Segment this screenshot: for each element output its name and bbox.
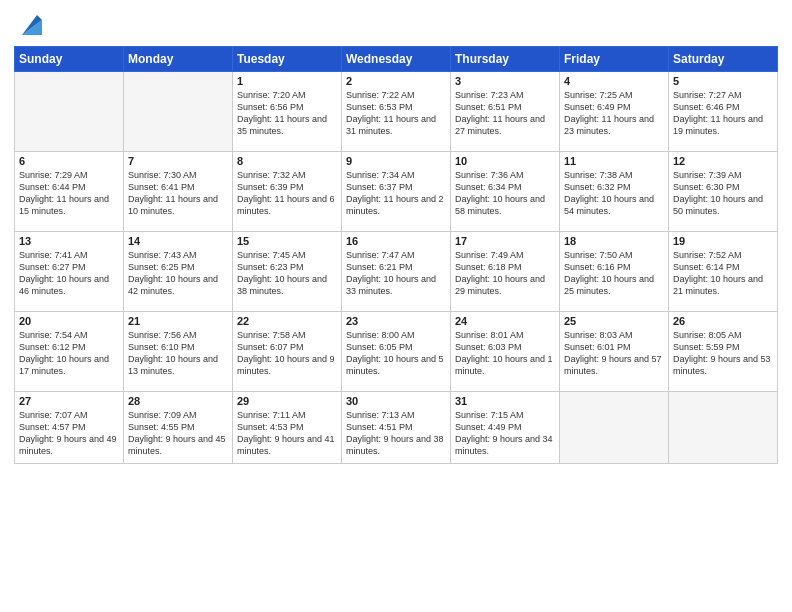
calendar-cell: 6Sunrise: 7:29 AMSunset: 6:44 PMDaylight… [15,152,124,232]
day-info: Sunrise: 7:38 AMSunset: 6:32 PMDaylight:… [564,169,664,218]
day-info: Sunrise: 7:07 AMSunset: 4:57 PMDaylight:… [19,409,119,458]
calendar-cell: 18Sunrise: 7:50 AMSunset: 6:16 PMDayligh… [560,232,669,312]
day-number: 21 [128,315,228,327]
day-info: Sunrise: 7:13 AMSunset: 4:51 PMDaylight:… [346,409,446,458]
day-info: Sunrise: 7:36 AMSunset: 6:34 PMDaylight:… [455,169,555,218]
day-number: 29 [237,395,337,407]
calendar-cell: 29Sunrise: 7:11 AMSunset: 4:53 PMDayligh… [233,392,342,464]
weekday-header: Monday [124,47,233,72]
calendar-cell: 5Sunrise: 7:27 AMSunset: 6:46 PMDaylight… [669,72,778,152]
day-info: Sunrise: 7:50 AMSunset: 6:16 PMDaylight:… [564,249,664,298]
weekday-header: Sunday [15,47,124,72]
calendar-cell: 9Sunrise: 7:34 AMSunset: 6:37 PMDaylight… [342,152,451,232]
calendar-cell: 21Sunrise: 7:56 AMSunset: 6:10 PMDayligh… [124,312,233,392]
day-number: 7 [128,155,228,167]
calendar-cell: 14Sunrise: 7:43 AMSunset: 6:25 PMDayligh… [124,232,233,312]
day-info: Sunrise: 7:23 AMSunset: 6:51 PMDaylight:… [455,89,555,138]
day-info: Sunrise: 7:34 AMSunset: 6:37 PMDaylight:… [346,169,446,218]
calendar-cell: 3Sunrise: 7:23 AMSunset: 6:51 PMDaylight… [451,72,560,152]
calendar-week-row: 27Sunrise: 7:07 AMSunset: 4:57 PMDayligh… [15,392,778,464]
day-number: 9 [346,155,446,167]
day-number: 26 [673,315,773,327]
day-info: Sunrise: 7:41 AMSunset: 6:27 PMDaylight:… [19,249,119,298]
day-number: 4 [564,75,664,87]
day-info: Sunrise: 8:00 AMSunset: 6:05 PMDaylight:… [346,329,446,378]
day-number: 6 [19,155,119,167]
day-info: Sunrise: 7:56 AMSunset: 6:10 PMDaylight:… [128,329,228,378]
calendar-week-row: 13Sunrise: 7:41 AMSunset: 6:27 PMDayligh… [15,232,778,312]
calendar-cell: 7Sunrise: 7:30 AMSunset: 6:41 PMDaylight… [124,152,233,232]
calendar-cell: 11Sunrise: 7:38 AMSunset: 6:32 PMDayligh… [560,152,669,232]
weekday-header: Tuesday [233,47,342,72]
day-number: 2 [346,75,446,87]
day-number: 10 [455,155,555,167]
day-number: 13 [19,235,119,247]
weekday-header: Saturday [669,47,778,72]
calendar-cell: 17Sunrise: 7:49 AMSunset: 6:18 PMDayligh… [451,232,560,312]
calendar-cell: 19Sunrise: 7:52 AMSunset: 6:14 PMDayligh… [669,232,778,312]
calendar-week-row: 20Sunrise: 7:54 AMSunset: 6:12 PMDayligh… [15,312,778,392]
day-number: 28 [128,395,228,407]
calendar-cell: 2Sunrise: 7:22 AMSunset: 6:53 PMDaylight… [342,72,451,152]
calendar-week-row: 1Sunrise: 7:20 AMSunset: 6:56 PMDaylight… [15,72,778,152]
day-number: 27 [19,395,119,407]
page: SundayMondayTuesdayWednesdayThursdayFrid… [0,0,792,612]
calendar-cell: 22Sunrise: 7:58 AMSunset: 6:07 PMDayligh… [233,312,342,392]
calendar-cell: 4Sunrise: 7:25 AMSunset: 6:49 PMDaylight… [560,72,669,152]
day-number: 15 [237,235,337,247]
day-info: Sunrise: 7:15 AMSunset: 4:49 PMDaylight:… [455,409,555,458]
day-number: 12 [673,155,773,167]
calendar-cell: 28Sunrise: 7:09 AMSunset: 4:55 PMDayligh… [124,392,233,464]
day-info: Sunrise: 8:01 AMSunset: 6:03 PMDaylight:… [455,329,555,378]
calendar-table: SundayMondayTuesdayWednesdayThursdayFrid… [14,46,778,464]
day-info: Sunrise: 7:43 AMSunset: 6:25 PMDaylight:… [128,249,228,298]
calendar-cell: 13Sunrise: 7:41 AMSunset: 6:27 PMDayligh… [15,232,124,312]
calendar-cell [560,392,669,464]
calendar-cell: 25Sunrise: 8:03 AMSunset: 6:01 PMDayligh… [560,312,669,392]
day-number: 11 [564,155,664,167]
day-info: Sunrise: 7:47 AMSunset: 6:21 PMDaylight:… [346,249,446,298]
day-info: Sunrise: 7:32 AMSunset: 6:39 PMDaylight:… [237,169,337,218]
calendar-cell: 24Sunrise: 8:01 AMSunset: 6:03 PMDayligh… [451,312,560,392]
logo-area [14,10,47,40]
weekday-header-row: SundayMondayTuesdayWednesdayThursdayFrid… [15,47,778,72]
weekday-header: Thursday [451,47,560,72]
day-info: Sunrise: 7:20 AMSunset: 6:56 PMDaylight:… [237,89,337,138]
day-number: 18 [564,235,664,247]
day-info: Sunrise: 7:11 AMSunset: 4:53 PMDaylight:… [237,409,337,458]
day-info: Sunrise: 8:03 AMSunset: 6:01 PMDaylight:… [564,329,664,378]
weekday-header: Friday [560,47,669,72]
day-number: 19 [673,235,773,247]
day-number: 3 [455,75,555,87]
day-info: Sunrise: 7:25 AMSunset: 6:49 PMDaylight:… [564,89,664,138]
day-number: 31 [455,395,555,407]
calendar-cell: 15Sunrise: 7:45 AMSunset: 6:23 PMDayligh… [233,232,342,312]
calendar-cell: 20Sunrise: 7:54 AMSunset: 6:12 PMDayligh… [15,312,124,392]
calendar-cell: 31Sunrise: 7:15 AMSunset: 4:49 PMDayligh… [451,392,560,464]
day-info: Sunrise: 7:54 AMSunset: 6:12 PMDaylight:… [19,329,119,378]
day-number: 23 [346,315,446,327]
header [14,10,778,40]
day-info: Sunrise: 7:49 AMSunset: 6:18 PMDaylight:… [455,249,555,298]
day-number: 17 [455,235,555,247]
calendar-week-row: 6Sunrise: 7:29 AMSunset: 6:44 PMDaylight… [15,152,778,232]
day-number: 16 [346,235,446,247]
day-number: 14 [128,235,228,247]
day-number: 1 [237,75,337,87]
calendar-cell: 1Sunrise: 7:20 AMSunset: 6:56 PMDaylight… [233,72,342,152]
calendar-cell: 30Sunrise: 7:13 AMSunset: 4:51 PMDayligh… [342,392,451,464]
calendar-cell [124,72,233,152]
calendar-cell: 27Sunrise: 7:07 AMSunset: 4:57 PMDayligh… [15,392,124,464]
day-number: 24 [455,315,555,327]
day-number: 8 [237,155,337,167]
day-info: Sunrise: 7:52 AMSunset: 6:14 PMDaylight:… [673,249,773,298]
day-info: Sunrise: 7:09 AMSunset: 4:55 PMDaylight:… [128,409,228,458]
calendar-cell: 10Sunrise: 7:36 AMSunset: 6:34 PMDayligh… [451,152,560,232]
logo-icon [17,10,47,40]
day-info: Sunrise: 8:05 AMSunset: 5:59 PMDaylight:… [673,329,773,378]
calendar-cell: 26Sunrise: 8:05 AMSunset: 5:59 PMDayligh… [669,312,778,392]
calendar-cell [669,392,778,464]
day-number: 22 [237,315,337,327]
calendar-cell: 16Sunrise: 7:47 AMSunset: 6:21 PMDayligh… [342,232,451,312]
day-number: 30 [346,395,446,407]
